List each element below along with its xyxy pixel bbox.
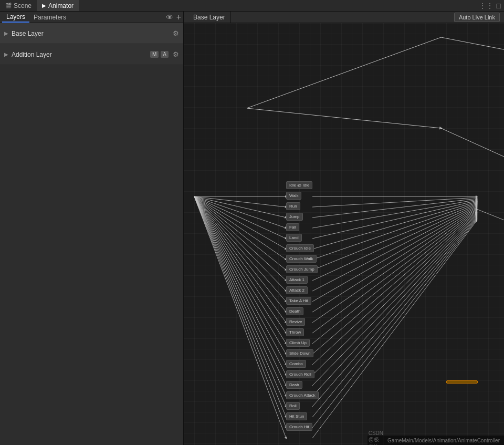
canvas-tab-base-layer[interactable]: Base Layer [188, 12, 231, 23]
svg-line-42 [312, 207, 477, 302]
svg-line-50 [312, 215, 477, 386]
node-orange-bottom[interactable] [446, 380, 478, 384]
node-idle[interactable]: Idle @ Idle [286, 181, 312, 189]
node-attack1[interactable]: Attack 1 [286, 276, 308, 284]
svg-line-37 [312, 202, 477, 249]
badge-a: A [161, 51, 169, 58]
add-layer-button[interactable]: + [176, 13, 181, 22]
tab-scene[interactable]: 🎬 Scene [0, 0, 37, 11]
svg-line-33 [312, 198, 477, 207]
canvas-grid[interactable]: Idle @ Idle Walk Run Jump Fall Land Crou… [184, 23, 504, 445]
node-walk[interactable]: Walk [286, 192, 301, 200]
node-slide-down[interactable]: Slide Down [286, 349, 313, 357]
svg-line-24 [194, 196, 286, 365]
layer-badges-addition: M A ⚙ [150, 50, 179, 58]
svg-line-36 [312, 201, 477, 239]
svg-line-31 [194, 196, 286, 438]
window-grid-icon[interactable]: ⋮⋮ [479, 2, 494, 10]
node-jump[interactable]: Jump [286, 213, 303, 221]
layer-badges-base: ⚙ [171, 29, 179, 37]
svg-line-10 [194, 196, 286, 218]
node-extra3[interactable]: Crouch Hit [286, 423, 312, 431]
svg-line-9 [194, 196, 286, 207]
node-crouch-roll[interactable]: Crouch Roll [286, 370, 314, 378]
svg-line-27 [194, 196, 286, 396]
node-fall[interactable]: Fall [286, 223, 299, 231]
svg-line-23 [194, 196, 286, 354]
eye-icon[interactable]: 👁 [166, 13, 173, 22]
node-death[interactable]: Death [286, 307, 303, 315]
svg-line-44 [312, 209, 477, 323]
node-combo[interactable]: Combo [286, 360, 306, 368]
node-crouch-idle[interactable]: Crouch Idle [286, 244, 314, 252]
svg-line-19 [194, 196, 286, 312]
node-throw[interactable]: Throw [286, 328, 304, 336]
node-attack2[interactable]: Attack 2 [286, 286, 308, 294]
animator-icon: ▶ [42, 3, 46, 8]
svg-line-34 [312, 199, 477, 218]
svg-line-29 [194, 196, 286, 417]
svg-line-5 [441, 128, 504, 165]
window-maximize-icon[interactable]: □ [497, 2, 501, 10]
layer-item-addition[interactable]: ▶ Addition Layer M A ⚙ [0, 44, 183, 65]
badge-m: M [150, 51, 159, 58]
node-dash[interactable]: Dash [286, 381, 302, 389]
svg-line-2 [247, 37, 441, 108]
sub-tab-bar: Layers Parameters 👁 + [0, 12, 183, 23]
layers-list: ▶ Base Layer ⚙ ▶ Addition Layer M A ⚙ [0, 23, 183, 65]
node-take-a-hit[interactable]: Take A Hit [286, 297, 311, 305]
node-extra2[interactable]: Hit Stun [286, 412, 307, 420]
tab-animator[interactable]: ▶ Animator [37, 0, 79, 11]
node-climb-up[interactable]: Climb Up [286, 339, 310, 347]
node-crouch-walk[interactable]: Crouch Walk [286, 255, 317, 263]
svg-line-51 [312, 216, 477, 396]
svg-line-26 [194, 196, 286, 386]
tab-bar: 🎬 Scene ▶ Animator ⋮⋮ □ [0, 0, 504, 12]
svg-line-47 [312, 212, 477, 354]
left-panel: Layers Parameters 👁 + ▶ Base Layer ⚙ ▶ A… [0, 12, 184, 445]
expand-icon-base: ▶ [4, 30, 8, 36]
footer: CSDN @极客泣 GameMain/Models/Animation/Anim… [368, 436, 504, 445]
node-crouch-jump[interactable]: Crouch Jump [286, 265, 318, 273]
main-layout: Layers Parameters 👁 + ▶ Base Layer ⚙ ▶ A… [0, 12, 504, 445]
canvas-area: Base Layer Auto Live Link [184, 12, 504, 445]
svg-line-49 [312, 214, 477, 375]
node-extra1[interactable]: Roll [286, 402, 300, 410]
footer-path: GameMain/Models/Animation/AnimateControl… [387, 438, 500, 443]
node-run[interactable]: Run [286, 202, 300, 210]
tab-layers[interactable]: Layers [2, 12, 29, 23]
svg-line-40 [312, 205, 477, 281]
gear-icon-addition[interactable]: ⚙ [173, 50, 179, 58]
node-crouch-attack[interactable]: Crouch Attack [286, 391, 319, 399]
svg-line-30 [194, 196, 286, 428]
layer-name-base: Base Layer [12, 30, 171, 37]
svg-line-20 [194, 196, 286, 323]
auto-live-link-button[interactable]: Auto Live Link [454, 13, 500, 22]
watermark: CSDN @极客泣 [369, 430, 383, 446]
svg-line-48 [312, 213, 477, 365]
svg-line-3 [247, 108, 441, 128]
expand-icon-addition: ▶ [4, 51, 8, 57]
svg-line-1 [441, 37, 504, 69]
window-controls: ⋮⋮ □ [479, 2, 504, 10]
scene-icon: 🎬 [5, 3, 12, 8]
canvas-header: Base Layer Auto Live Link [184, 12, 504, 23]
svg-line-55 [312, 221, 477, 438]
node-land[interactable]: Land [286, 234, 302, 242]
svg-line-56 [477, 209, 504, 276]
gear-icon-base[interactable]: ⚙ [173, 29, 179, 37]
svg-line-45 [312, 210, 477, 333]
node-revive[interactable]: Revive [286, 318, 305, 326]
svg-line-22 [194, 196, 286, 344]
svg-line-16 [194, 196, 286, 281]
tab-parameters[interactable]: Parameters [29, 12, 70, 23]
layer-name-addition: Addition Layer [12, 51, 150, 58]
svg-line-13 [194, 196, 286, 249]
layer-item-base[interactable]: ▶ Base Layer ⚙ [0, 23, 183, 44]
svg-line-17 [194, 196, 286, 291]
svg-line-52 [312, 218, 477, 407]
